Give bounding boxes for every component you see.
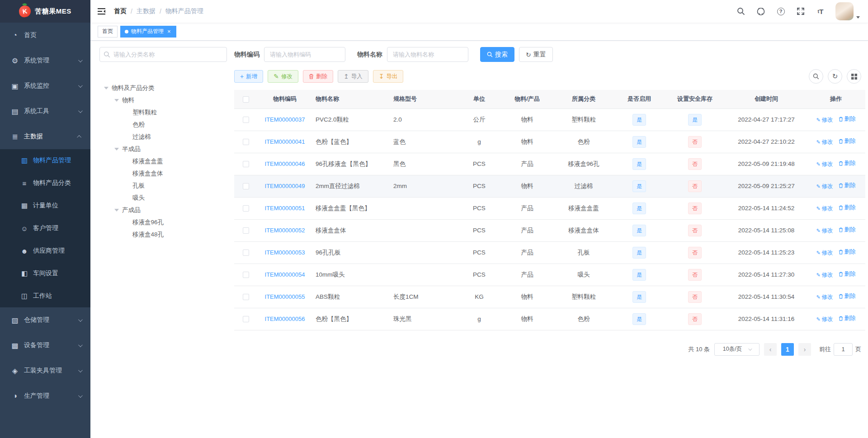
- sidebar-menu-item[interactable]: ▧ 仓储管理: [0, 307, 90, 333]
- sidebar-item-measure-unit[interactable]: ▦ 计量单位: [0, 194, 90, 217]
- tree-node[interactable]: 产成品: [99, 204, 227, 216]
- search-button[interactable]: 搜索: [480, 47, 514, 62]
- tree-search-input[interactable]: [99, 47, 227, 62]
- sidebar-menu-item[interactable]: ◈ 工装夹具管理: [0, 358, 90, 383]
- sidebar-menu-item[interactable]: ⚙ 系统管理: [0, 48, 90, 73]
- sidebar-item-workstation[interactable]: ◫ 工作站: [0, 285, 90, 307]
- tree-node[interactable]: 物料及产品分类: [99, 82, 227, 94]
- sidebar-item-material-product-category[interactable]: ≡ 物料产品分类: [0, 172, 90, 194]
- delete-button[interactable]: 删除: [303, 70, 333, 83]
- reset-button[interactable]: ↻ 重置: [519, 47, 553, 62]
- font-size-icon[interactable]: tT: [816, 6, 826, 16]
- item-code-link[interactable]: ITEM00000055: [265, 293, 305, 300]
- row-checkbox[interactable]: [243, 316, 249, 322]
- close-icon[interactable]: ×: [166, 28, 172, 35]
- breadcrumb-home[interactable]: 首页: [114, 7, 127, 15]
- item-code-link[interactable]: ITEM00000037: [265, 116, 305, 123]
- edit-link[interactable]: ✎ 修改: [816, 293, 833, 301]
- delete-link[interactable]: 删除: [839, 292, 856, 300]
- edit-link[interactable]: ✎ 修改: [816, 249, 833, 257]
- tree-node[interactable]: 移液盒48孔: [99, 228, 227, 240]
- toggle-search-icon[interactable]: [809, 69, 823, 84]
- help-icon[interactable]: ?: [776, 6, 786, 16]
- edit-link[interactable]: ✎ 修改: [816, 316, 833, 323]
- row-checkbox[interactable]: [243, 227, 249, 234]
- edit-link[interactable]: ✎ 修改: [816, 271, 833, 279]
- item-code-link[interactable]: ITEM00000052: [265, 227, 305, 234]
- delete-link[interactable]: 删除: [839, 160, 856, 167]
- tree-node[interactable]: 移液盒盒体: [99, 167, 227, 179]
- row-checkbox[interactable]: [243, 205, 249, 212]
- sidebar-item-supplier-mgmt[interactable]: ☻ 供应商管理: [0, 240, 90, 262]
- row-checkbox[interactable]: [243, 272, 249, 278]
- tree-node[interactable]: 物料: [99, 94, 227, 106]
- sidebar-item-material-product-mgmt[interactable]: ▥ 物料产品管理: [0, 149, 90, 172]
- page-1-button[interactable]: 1: [781, 343, 794, 356]
- tab-home[interactable]: 首页: [98, 26, 118, 38]
- github-icon[interactable]: [756, 6, 766, 16]
- item-code-link[interactable]: ITEM00000054: [265, 271, 305, 278]
- tree-node[interactable]: 塑料颗粒: [99, 106, 227, 118]
- sidebar-menu-item[interactable]: ▩ 设备管理: [0, 333, 90, 358]
- tree-node[interactable]: 半成品: [99, 143, 227, 155]
- edit-link[interactable]: ✎ 修改: [816, 205, 833, 212]
- material-code-input[interactable]: [264, 47, 345, 62]
- delete-link[interactable]: 删除: [839, 248, 856, 256]
- row-checkbox[interactable]: [243, 183, 249, 189]
- breadcrumb-master-data[interactable]: 主数据: [137, 7, 156, 15]
- row-checkbox[interactable]: [243, 250, 249, 256]
- app-logo[interactable]: K 苦糖果MES: [0, 0, 90, 23]
- refresh-icon[interactable]: ↻: [828, 69, 842, 84]
- sidebar-item-master-data[interactable]: ≣ 主数据: [0, 124, 90, 149]
- tree-node[interactable]: 色粉: [99, 118, 227, 131]
- row-checkbox[interactable]: [243, 117, 249, 123]
- sidebar-item-workshop-settings[interactable]: ◧ 车间设置: [0, 262, 90, 285]
- edit-link[interactable]: ✎ 修改: [816, 160, 833, 168]
- delete-link[interactable]: 删除: [839, 270, 856, 278]
- import-button[interactable]: ↥ 导入: [338, 70, 368, 83]
- item-code-link[interactable]: ITEM00000049: [265, 183, 305, 189]
- user-menu[interactable]: [835, 2, 860, 20]
- edit-button[interactable]: ✎ 修改: [268, 70, 298, 83]
- sidebar-toggle-icon[interactable]: [98, 8, 107, 15]
- item-code-link[interactable]: ITEM00000051: [265, 205, 305, 212]
- delete-link[interactable]: 删除: [839, 182, 856, 189]
- sidebar-menu-item[interactable]: ▤ 系统工具: [0, 99, 90, 124]
- next-page-button[interactable]: ›: [798, 343, 811, 356]
- avatar[interactable]: [835, 2, 854, 20]
- delete-link[interactable]: 删除: [839, 226, 856, 234]
- material-name-input[interactable]: [387, 47, 468, 62]
- page-size-select[interactable]: 10条/页: [714, 343, 760, 356]
- item-code-link[interactable]: ITEM00000053: [265, 249, 305, 256]
- search-icon[interactable]: [736, 6, 746, 16]
- goto-page-input[interactable]: [834, 343, 853, 356]
- delete-link[interactable]: 删除: [839, 137, 856, 145]
- fullscreen-icon[interactable]: [796, 6, 806, 16]
- item-code-link[interactable]: ITEM00000041: [265, 138, 305, 145]
- delete-link[interactable]: 删除: [839, 204, 856, 212]
- edit-link[interactable]: ✎ 修改: [816, 227, 833, 235]
- sidebar-menu-item[interactable]: ◔ 首页: [0, 23, 90, 48]
- tab-material-product-mgmt[interactable]: 物料产品管理 ×: [120, 26, 176, 38]
- edit-link[interactable]: ✎ 修改: [816, 183, 833, 190]
- edit-link[interactable]: ✎ 修改: [816, 116, 833, 124]
- tree-node[interactable]: 吸头: [99, 192, 227, 204]
- edit-link[interactable]: ✎ 修改: [816, 138, 833, 146]
- tree-node[interactable]: 移液盒盒盖: [99, 155, 227, 167]
- delete-link[interactable]: 删除: [839, 315, 856, 322]
- columns-grid-icon[interactable]: [847, 69, 861, 84]
- row-checkbox[interactable]: [243, 294, 249, 300]
- tree-node[interactable]: 过滤棉: [99, 131, 227, 143]
- row-checkbox[interactable]: [243, 161, 249, 167]
- sidebar-menu-item[interactable]: ◑ 生产管理: [0, 383, 90, 409]
- prev-page-button[interactable]: ‹: [764, 343, 777, 356]
- item-code-link[interactable]: ITEM00000056: [265, 316, 305, 322]
- delete-link[interactable]: 删除: [839, 115, 856, 123]
- add-button[interactable]: + 新增: [234, 70, 263, 83]
- tree-node[interactable]: 孔板: [99, 179, 227, 192]
- select-all-checkbox[interactable]: [243, 96, 249, 103]
- row-checkbox[interactable]: [243, 139, 249, 145]
- sidebar-menu-item[interactable]: ▣ 系统监控: [0, 73, 90, 99]
- export-button[interactable]: ↧ 导出: [373, 70, 404, 83]
- item-code-link[interactable]: ITEM00000046: [265, 160, 305, 167]
